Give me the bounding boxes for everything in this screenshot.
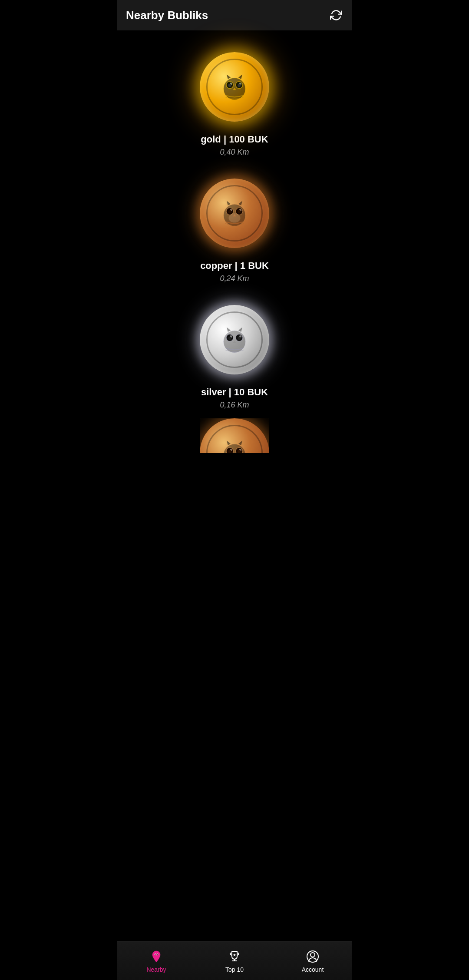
owl-face-copper (211, 189, 258, 237)
coin-label-silver: silver | 10 BUK (201, 387, 268, 398)
coin-distance-silver: 0,16 Km (220, 401, 249, 410)
nav-item-top10[interactable]: Top 10 (195, 944, 274, 977)
nav-label-top10: Top 10 (225, 966, 244, 973)
nav-item-nearby[interactable]: Nearby (117, 944, 195, 977)
nearby-icon (149, 949, 164, 964)
bottom-navigation: Nearby Top 10 (117, 941, 352, 980)
coin-item-copper[interactable]: copper | 1 BUK 0,24 Km (117, 166, 352, 292)
svg-point-36 (228, 450, 231, 453)
coin-distance-copper: 0,24 Km (220, 274, 249, 283)
svg-marker-19 (238, 201, 242, 205)
svg-marker-9 (238, 74, 242, 79)
coin-distance-gold: 0,40 Km (220, 148, 249, 157)
refresh-button[interactable] (329, 8, 343, 22)
svg-marker-29 (227, 327, 231, 332)
app-header: Nearby Bubliks (117, 0, 352, 30)
coin-label-copper: copper | 1 BUK (200, 260, 269, 271)
svg-marker-8 (227, 74, 231, 79)
svg-point-5 (228, 84, 231, 87)
account-icon (305, 949, 320, 964)
nav-item-account[interactable]: Account (274, 944, 352, 977)
coin-image-copper (200, 179, 269, 248)
owl-face-silver (211, 316, 258, 364)
page-title: Nearby Bubliks (126, 9, 208, 22)
svg-marker-40 (238, 440, 242, 445)
svg-marker-18 (227, 201, 231, 205)
coin-image-partial (200, 418, 269, 453)
svg-marker-39 (227, 440, 231, 445)
coin-item-silver[interactable]: silver | 10 BUK 0,16 Km (117, 292, 352, 418)
coin-item-partial (200, 418, 269, 453)
svg-point-6 (238, 84, 241, 87)
svg-marker-30 (238, 327, 242, 332)
top10-icon (227, 949, 242, 964)
svg-point-44 (157, 954, 158, 955)
svg-point-26 (228, 337, 231, 340)
svg-point-49 (310, 953, 315, 957)
svg-point-16 (238, 210, 241, 213)
coin-image-gold (200, 52, 269, 122)
svg-point-27 (238, 337, 241, 340)
owl-face-gold (211, 63, 258, 111)
svg-point-15 (228, 210, 231, 213)
svg-point-20 (229, 213, 241, 223)
coin-item-gold[interactable]: gold | 100 BUK 0,40 Km (117, 39, 352, 166)
nav-label-account: Account (302, 966, 324, 973)
svg-point-43 (155, 954, 156, 955)
coin-image-silver (200, 305, 269, 374)
coin-list: gold | 100 BUK 0,40 Km (117, 30, 352, 505)
nav-label-nearby: Nearby (146, 966, 166, 973)
svg-point-37 (238, 450, 241, 453)
coin-label-gold: gold | 100 BUK (201, 134, 268, 145)
